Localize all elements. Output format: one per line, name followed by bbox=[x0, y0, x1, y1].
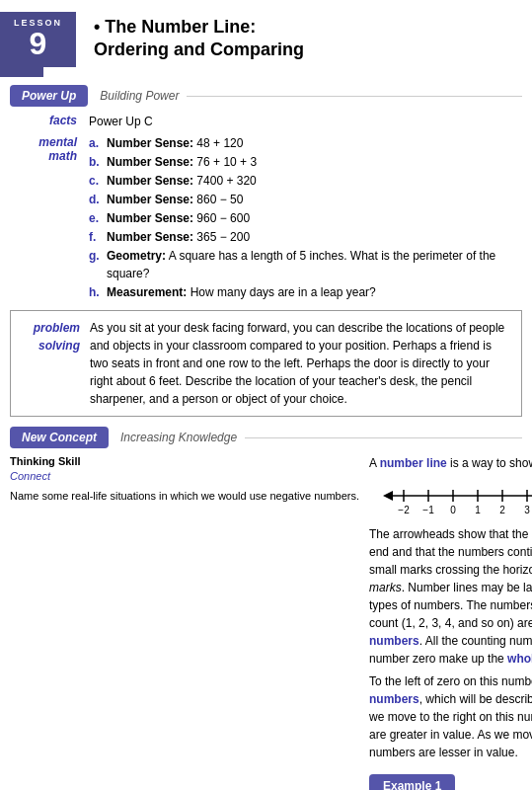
mental-letter: g. bbox=[89, 247, 107, 282]
new-concept-badge: New Concept bbox=[10, 427, 109, 448]
mental-text: Number Sense: 960 − 600 bbox=[107, 209, 522, 227]
mental-text: Number Sense: 76 + 10 + 3 bbox=[107, 153, 522, 171]
paragraph-1: The arrowheads show that the line contin… bbox=[369, 525, 532, 668]
mental-math-content: a. Number Sense: 48 + 120 b. Number Sens… bbox=[89, 134, 522, 302]
thinking-skill-text: Name some real-life situations in which … bbox=[10, 489, 359, 504]
paragraph-2: To the left of zero on this number line … bbox=[369, 672, 532, 761]
mental-letter: d. bbox=[89, 191, 107, 208]
mental-text: Measurement: How many days are in a leap… bbox=[107, 283, 522, 301]
mental-text: Number Sense: 365 − 200 bbox=[107, 228, 522, 246]
lesson-header: LESSON 9 • The Number Line: Ordering and… bbox=[0, 0, 532, 75]
mental-text: Number Sense: 48 + 120 bbox=[107, 134, 522, 152]
page: LESSON 9 • The Number Line: Ordering and… bbox=[0, 0, 532, 790]
new-concept-subtitle: Increasing Knowledge bbox=[120, 431, 237, 444]
mental-item: h. Measurement: How many days are in a l… bbox=[89, 283, 522, 301]
nl-label-n2: −2 bbox=[398, 505, 410, 515]
mental-item: g. Geometry: A square has a length of 5 … bbox=[89, 247, 522, 282]
whole-numbers-term: whole numbers bbox=[507, 652, 532, 666]
title-bullet: • bbox=[94, 17, 100, 37]
example-1-badge-wrap: Example 1 bbox=[369, 766, 532, 790]
new-concept-divider bbox=[245, 437, 522, 438]
mental-item: f. Number Sense: 365 − 200 bbox=[89, 228, 522, 246]
mental-text: Number Sense: 7400 + 320 bbox=[107, 172, 522, 190]
lesson-number: 9 bbox=[14, 28, 62, 59]
power-up-badge: Power Up bbox=[10, 85, 88, 107]
mental-math-row: mental math a. Number Sense: 48 + 120 b.… bbox=[10, 134, 522, 302]
mental-math-label: mental math bbox=[10, 134, 89, 302]
number-line-svg: −2 −1 0 1 2 3 4 5 6 bbox=[369, 480, 532, 517]
mental-item: e. Number Sense: 960 − 600 bbox=[89, 209, 522, 227]
new-concept-header: New Concept Increasing Knowledge bbox=[0, 427, 532, 448]
nl-label-3: 3 bbox=[524, 505, 530, 515]
nl-label-0: 0 bbox=[450, 505, 456, 515]
concept-main: A number line is a way to show numbers i… bbox=[369, 454, 532, 790]
mental-item: c. Number Sense: 7400 + 320 bbox=[89, 172, 522, 190]
facts-value: Power Up C bbox=[89, 113, 522, 130]
mental-letter: c. bbox=[89, 172, 107, 190]
mental-item: b. Number Sense: 76 + 10 + 3 bbox=[89, 153, 522, 171]
nl-label-n1: −1 bbox=[422, 505, 434, 515]
counting-numbers-term: counting numbers bbox=[369, 616, 532, 648]
lesson-title-text: • The Number Line: Ordering and Comparin… bbox=[94, 16, 516, 62]
problem-label: problem solving bbox=[21, 319, 90, 408]
intro-paragraph: A number line is a way to show numbers i… bbox=[369, 454, 532, 472]
new-concept-content: Thinking Skill Connect Name some real-li… bbox=[0, 454, 532, 790]
lesson-title: • The Number Line: Ordering and Comparin… bbox=[94, 12, 516, 62]
mental-text: Number Sense: 860 − 50 bbox=[107, 191, 522, 208]
title-line1: The Number Line: bbox=[105, 17, 256, 37]
tick-marks-term: tick marks bbox=[369, 563, 532, 594]
title-line2: Ordering and Comparing bbox=[94, 40, 304, 59]
thinking-skill: Thinking Skill Connect Name some real-li… bbox=[10, 454, 369, 790]
thinking-skill-connect: Connect bbox=[10, 469, 359, 484]
mental-letter: a. bbox=[89, 134, 107, 152]
thinking-skill-title: Thinking Skill bbox=[10, 454, 359, 469]
example-1-badge: Example 1 bbox=[369, 774, 455, 790]
lesson-box: LESSON 9 bbox=[0, 12, 76, 67]
power-up-header: Power Up Building Power bbox=[0, 85, 532, 107]
left-arrow bbox=[383, 491, 393, 501]
negative-numbers-term: negative numbers bbox=[369, 674, 532, 706]
power-up-divider bbox=[187, 96, 522, 97]
mental-letter: b. bbox=[89, 153, 107, 171]
nl-label-2: 2 bbox=[499, 505, 505, 515]
facts-row: facts Power Up C bbox=[10, 113, 522, 130]
problem-solving-box: problem solving As you sit at your desk … bbox=[10, 310, 522, 417]
mental-item: a. Number Sense: 48 + 120 bbox=[89, 134, 522, 152]
nl-label-1: 1 bbox=[475, 505, 481, 515]
number-line-term: number line bbox=[380, 456, 447, 470]
mental-text: Geometry: A square has a length of 5 inc… bbox=[107, 247, 522, 282]
mental-letter: f. bbox=[89, 228, 107, 246]
power-up-subtitle: Building Power bbox=[100, 89, 179, 103]
problem-text: As you sit at your desk facing forward, … bbox=[90, 319, 511, 408]
mental-letter: h. bbox=[89, 283, 107, 301]
number-line-container: −2 −1 0 1 2 3 4 5 6 bbox=[369, 480, 532, 517]
mental-item: d. Number Sense: 860 − 50 bbox=[89, 191, 522, 208]
mental-letter: e. bbox=[89, 209, 107, 227]
facts-area: facts Power Up C mental math a. Number S… bbox=[0, 113, 532, 302]
facts-label: facts bbox=[10, 113, 89, 130]
